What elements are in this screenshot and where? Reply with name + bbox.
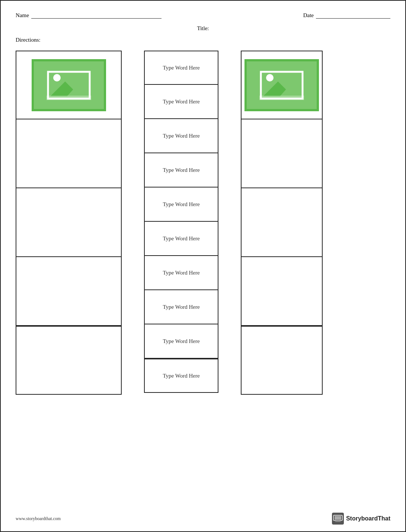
name-line <box>31 12 162 19</box>
image-box-left-3 <box>16 188 122 257</box>
word-box-8[interactable]: Type Word Here <box>144 290 218 324</box>
name-field: Name <box>16 12 162 19</box>
svg-rect-11 <box>335 516 341 520</box>
image-placeholder-left-1 <box>32 59 106 111</box>
right-column <box>241 51 323 395</box>
word-box-10[interactable]: Type Word Here <box>144 359 218 393</box>
date-label: Date <box>303 12 314 19</box>
directions-row: Directions: <box>16 37 390 43</box>
image-box-left-2 <box>16 119 122 188</box>
header: Name Date <box>16 12 390 19</box>
word-box-4[interactable]: Type Word Here <box>144 153 218 188</box>
word-box-9[interactable]: Type Word Here <box>144 324 218 359</box>
image-box-right-4 <box>241 257 323 326</box>
date-line <box>316 12 390 19</box>
logo-icon <box>332 513 344 525</box>
word-box-7[interactable]: Type Word Here <box>144 256 218 290</box>
middle-column: Type Word Here Type Word Here Type Word … <box>144 51 218 393</box>
image-box-left-5 <box>16 326 122 395</box>
word-box-6[interactable]: Type Word Here <box>144 222 218 256</box>
left-column <box>16 51 122 395</box>
brand-name: StoryboardThat <box>346 515 390 522</box>
footer: www.storyboardthat.com StoryboardThat <box>16 513 390 525</box>
image-box-left-4 <box>16 257 122 326</box>
main-grid: Type Word Here Type Word Here Type Word … <box>16 51 390 395</box>
image-box-left-1 <box>16 51 122 119</box>
word-box-1[interactable]: Type Word Here <box>144 51 218 85</box>
word-box-2[interactable]: Type Word Here <box>144 85 218 119</box>
image-box-right-2 <box>241 119 323 188</box>
image-box-right-5 <box>241 326 323 395</box>
image-box-right-1 <box>241 51 323 119</box>
word-box-5[interactable]: Type Word Here <box>144 188 218 222</box>
directions-label: Directions: <box>16 37 41 43</box>
svg-rect-9 <box>259 96 304 100</box>
svg-point-6 <box>266 74 274 81</box>
title-row: Title: <box>16 25 390 32</box>
image-box-right-3 <box>241 188 323 257</box>
image-placeholder-right-1 <box>244 59 319 111</box>
footer-url: www.storyboardthat.com <box>16 516 61 522</box>
date-field: Date <box>303 12 390 19</box>
svg-point-1 <box>53 74 61 81</box>
svg-rect-4 <box>47 96 91 100</box>
name-label: Name <box>16 12 29 19</box>
word-box-3[interactable]: Type Word Here <box>144 119 218 153</box>
footer-logo: StoryboardThat <box>332 513 390 525</box>
title-label: Title: <box>197 25 209 31</box>
svg-rect-13 <box>335 521 341 522</box>
